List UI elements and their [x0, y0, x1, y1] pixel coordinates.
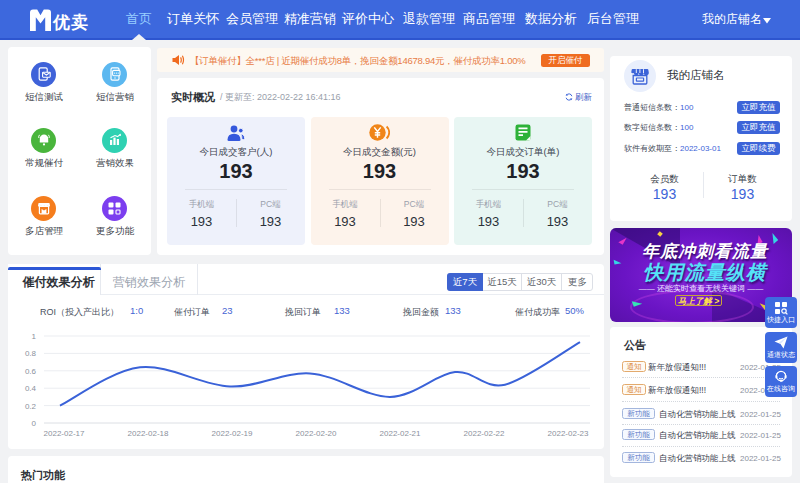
- svg-text:2022-02-21: 2022-02-21: [380, 429, 421, 438]
- svg-text:2022-02-22: 2022-02-22: [464, 429, 505, 438]
- svg-text:0.4: 0.4: [25, 384, 37, 393]
- svg-text:0: 0: [32, 419, 37, 428]
- svg-text:2022-02-17: 2022-02-17: [44, 429, 85, 438]
- svg-text:2022-02-23: 2022-02-23: [548, 429, 589, 438]
- svg-text:2022-02-20: 2022-02-20: [296, 429, 337, 438]
- svg-text:0.8: 0.8: [25, 349, 37, 358]
- svg-text:2022-02-19: 2022-02-19: [212, 429, 253, 438]
- svg-text:1: 1: [32, 332, 37, 341]
- svg-text:2022-02-18: 2022-02-18: [128, 429, 169, 438]
- svg-text:0.6: 0.6: [25, 367, 37, 376]
- svg-text:0.2: 0.2: [25, 402, 37, 411]
